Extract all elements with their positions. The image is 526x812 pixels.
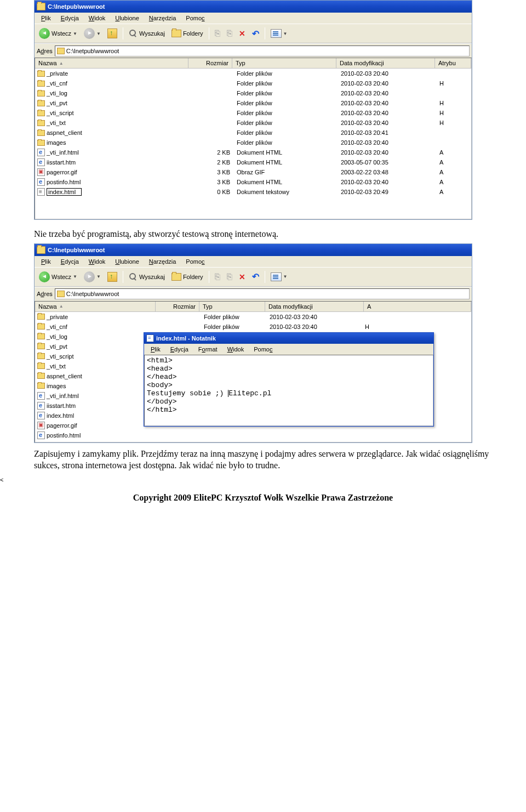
- rename-input[interactable]: index.html: [47, 188, 82, 196]
- file-date: 2010-02-03 20:40: [338, 110, 436, 116]
- table-row[interactable]: _vti_txt Folder plików 2010-02-03 20:40 …: [35, 118, 471, 128]
- col-date[interactable]: Data modyfikacji: [265, 302, 364, 311]
- table-row[interactable]: _private Folder plików 2010-02-03 20:40: [35, 69, 471, 78]
- html-icon: [37, 412, 45, 419]
- table-row[interactable]: _vti_script Folder plików 2010-02-03 20:…: [35, 108, 471, 118]
- undo-button[interactable]: ↶: [250, 270, 261, 283]
- np-menu-widok[interactable]: Widok: [223, 345, 249, 354]
- folder-icon: [37, 343, 45, 349]
- menu-edycja[interactable]: Edycja: [56, 257, 83, 266]
- file-date: 2010-02-03 20:40: [338, 179, 436, 185]
- file-date: 2010-02-03 20:40: [338, 120, 436, 126]
- col-size[interactable]: Rozmiar: [156, 302, 199, 311]
- file-name: _vti_pvt: [47, 100, 67, 106]
- np-menu-plik[interactable]: Plik: [146, 345, 165, 354]
- file-attr: A: [436, 169, 470, 175]
- menu-ulubione[interactable]: Ulubione: [111, 14, 143, 22]
- address-input[interactable]: C:\Inetpub\wwwroot: [55, 288, 470, 299]
- folders-icon: [171, 30, 181, 37]
- table-row[interactable]: _vti_pvt Folder plików 2010-02-03 20:40 …: [35, 98, 471, 108]
- delete-button[interactable]: ✕: [237, 271, 248, 282]
- col-name[interactable]: Nazwa▲: [35, 302, 156, 311]
- forward-button[interactable]: ▼: [82, 27, 103, 40]
- forward-icon: [84, 271, 95, 282]
- copyto-icon: ⎘: [227, 29, 232, 38]
- col-attr[interactable]: Atrybu: [435, 58, 471, 68]
- col-attr[interactable]: A: [364, 302, 471, 311]
- table-row[interactable]: _vti_cnf Folder plików 2010-02-03 20:40 …: [35, 78, 471, 88]
- titlebar[interactable]: C:\Inetpub\wwwroot: [35, 1, 472, 13]
- menu-pomoc[interactable]: Pomoc: [181, 257, 209, 266]
- up-button[interactable]: [105, 27, 119, 39]
- copy-to-button[interactable]: ⎘: [225, 271, 235, 283]
- file-date: 2010-02-03 20:40: [266, 314, 365, 320]
- menu-narzedzia[interactable]: Narzędzia: [145, 14, 181, 22]
- file-date: 2010-02-03 20:40: [266, 323, 365, 330]
- menu-ulubione[interactable]: Ulubione: [111, 257, 143, 266]
- views-button[interactable]: ▼: [268, 271, 290, 282]
- table-row[interactable]: index.html 0 KB Dokument tekstowy 2010-0…: [35, 187, 471, 197]
- table-row[interactable]: _vti_log Folder plików 2010-02-03 20:40: [35, 88, 471, 98]
- folders-button[interactable]: Foldery: [169, 29, 205, 38]
- np-menu-format[interactable]: Format: [194, 345, 222, 354]
- file-type: Folder plików: [233, 80, 338, 87]
- folder-icon: [37, 3, 45, 10]
- move-to-button[interactable]: ⎘: [213, 271, 222, 283]
- gif-icon: [37, 422, 45, 429]
- col-size[interactable]: Rozmiar: [188, 58, 232, 68]
- copy-to-button[interactable]: ⎘: [225, 27, 235, 39]
- file-name: aspnet_client: [47, 373, 82, 379]
- file-type: Folder plików: [233, 100, 338, 106]
- delete-icon: ✕: [239, 272, 245, 281]
- notepad-titlebar[interactable]: index.html - Notatnik: [144, 333, 433, 344]
- file-attr: H: [436, 100, 470, 106]
- np-menu-edycja[interactable]: Edycja: [166, 345, 193, 354]
- back-button[interactable]: Wstecz ▼: [37, 270, 79, 283]
- body-text-2: Zapisujemy i zamykamy plik. Przejdźmy te…: [0, 443, 526, 477]
- copyright: Copyright 2009 ElitePC Krzysztof Wołk Ws…: [0, 483, 526, 508]
- table-row[interactable]: _private Folder plików 2010-02-03 20:40: [35, 312, 471, 322]
- search-button[interactable]: Wyszukaj: [127, 28, 167, 39]
- notepad-content[interactable]: <html> <head> </head> <body> Testujemy s…: [144, 355, 433, 426]
- table-row[interactable]: images Folder plików 2010-02-03 20:40: [35, 138, 471, 147]
- views-button[interactable]: ▼: [268, 28, 290, 39]
- address-input[interactable]: C:\Inetpub\wwwroot: [55, 46, 470, 56]
- menu-narzedzia[interactable]: Narzędzia: [145, 257, 181, 266]
- menu-widok[interactable]: Widok: [84, 257, 110, 266]
- up-button[interactable]: [105, 271, 119, 283]
- delete-button[interactable]: ✕: [237, 28, 248, 39]
- file-size: 3 KB: [190, 179, 233, 185]
- col-type[interactable]: Typ: [232, 58, 336, 68]
- back-button[interactable]: Wstecz ▼: [37, 27, 79, 40]
- file-name: iisstart.htm: [47, 159, 76, 166]
- table-row[interactable]: iisstart.htm 2 KB Dokument HTML 2003-05-…: [35, 157, 471, 167]
- back-icon: [39, 28, 50, 39]
- search-button[interactable]: Wyszukaj: [127, 271, 167, 282]
- menu-pomoc[interactable]: Pomoc: [181, 14, 209, 22]
- menu-plik[interactable]: Plik: [37, 14, 55, 22]
- table-row[interactable]: _vti_cnf Folder plików 2010-02-03 20:40 …: [35, 322, 471, 332]
- undo-button[interactable]: ↶: [250, 27, 261, 40]
- menu-plik[interactable]: Plik: [37, 257, 55, 266]
- col-name[interactable]: Nazwa▲: [35, 58, 188, 68]
- move-to-button[interactable]: ⎘: [213, 27, 222, 39]
- titlebar[interactable]: C:\Inetpub\wwwroot: [35, 244, 472, 256]
- table-row[interactable]: pagerror.gif 3 KB Obraz GIF 2003-02-22 0…: [35, 167, 471, 177]
- menu-edycja[interactable]: Edycja: [56, 14, 83, 22]
- folders-button[interactable]: Foldery: [169, 272, 205, 282]
- menu-widok[interactable]: Widok: [84, 14, 110, 22]
- np-menu-pomoc[interactable]: Pomoc: [249, 345, 277, 354]
- gif-icon: [37, 168, 45, 176]
- file-size: 2 KB: [190, 159, 233, 166]
- table-row[interactable]: aspnet_client Folder plików 2010-02-03 2…: [35, 128, 471, 138]
- table-row[interactable]: _vti_inf.html 2 KB Dokument HTML 2010-02…: [35, 147, 471, 157]
- up-icon: [107, 272, 117, 282]
- separator: [209, 271, 209, 283]
- forward-button[interactable]: ▼: [82, 270, 103, 283]
- file-date: 2010-02-03 20:40: [338, 80, 436, 87]
- table-row[interactable]: postinfo.html 3 KB Dokument HTML 2010-02…: [35, 177, 471, 187]
- col-type[interactable]: Typ: [199, 302, 265, 311]
- notepad-window[interactable]: index.html - Notatnik Plik Edycja Format…: [144, 332, 434, 427]
- col-date[interactable]: Data modyfikacji: [336, 58, 435, 68]
- table-row[interactable]: postinfo.html: [35, 430, 471, 440]
